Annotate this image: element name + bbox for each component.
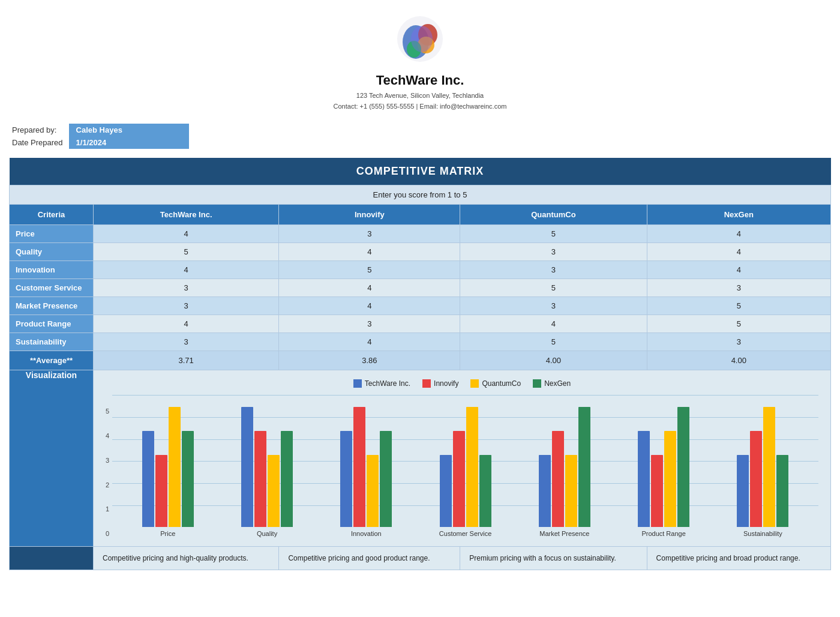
col-nexgen: NexGen: [647, 205, 830, 225]
bar: [380, 431, 392, 527]
bar: [268, 455, 280, 527]
average-row: **Average**3.713.864.004.00: [10, 351, 831, 370]
x-axis-labels: PriceQualityInnovationCustomer ServiceMa…: [112, 527, 818, 537]
notes-row: Competitive pricing and high-quality pro…: [10, 547, 831, 570]
data-row: Customer Service3453: [10, 279, 831, 297]
col-techware: TechWare Inc.: [94, 205, 279, 225]
svg-point-5: [411, 26, 433, 52]
category-bars: [142, 407, 194, 527]
legend-color: [422, 379, 431, 388]
matrix-table: COMPETITIVE MATRIX Enter you score from …: [9, 158, 831, 570]
bar: [367, 455, 379, 527]
viz-row: VisualizationTechWare Inc.InnovifyQuantu…: [10, 370, 831, 547]
bar: [578, 407, 590, 527]
bar: [479, 455, 491, 527]
bars-row: [112, 395, 818, 527]
data-row: Price4354: [10, 225, 831, 243]
bar: [776, 455, 788, 527]
matrix-subtitle: Enter you score from 1 to 5: [10, 185, 831, 205]
grid-and-bars: [112, 395, 818, 527]
company-address: 123 Tech Avenue, Silicon Valley, Techlan…: [0, 91, 840, 112]
bar: [453, 431, 465, 527]
category-bars: [340, 407, 392, 527]
bars-container: PriceQualityInnovationCustomer ServiceMa…: [112, 395, 818, 537]
x-label: Customer Service: [416, 530, 515, 537]
x-label: Quality: [217, 530, 316, 537]
note-cell: Competitive pricing and high-quality pro…: [94, 547, 279, 570]
category-bars: [440, 407, 491, 527]
category-bars: [539, 407, 590, 527]
x-label: Innovation: [317, 530, 416, 537]
legend-label: QuantumCo: [482, 379, 521, 388]
matrix-title: COMPETITIVE MATRIX: [10, 158, 831, 185]
category-bars: [638, 407, 689, 527]
legend-item: Innovify: [422, 379, 458, 388]
meta-table: Prepared by: Caleb Hayes Date Prepared 1…: [12, 124, 189, 149]
chart-legend: TechWare Inc.InnovifyQuantumCoNexGen: [106, 379, 818, 388]
legend-item: QuantumCo: [470, 379, 521, 388]
data-row: Market Presence3435: [10, 297, 831, 315]
matrix-title-row: COMPETITIVE MATRIX: [10, 158, 831, 185]
viz-label: Visualization: [10, 370, 94, 547]
col-criteria: Criteria: [10, 205, 94, 225]
category-bars: [737, 407, 788, 527]
bar: [664, 431, 676, 527]
x-label: Product Range: [614, 530, 713, 537]
x-label: Price: [118, 530, 217, 537]
col-headers-row: Criteria TechWare Inc. Innovify QuantumC…: [10, 205, 831, 225]
prepared-by-label: Prepared by:: [12, 124, 69, 136]
viz-content: TechWare Inc.InnovifyQuantumCoNexGen0123…: [94, 370, 831, 547]
matrix-subtitle-row: Enter you score from 1 to 5: [10, 185, 831, 205]
company-logo: [393, 12, 447, 66]
bar: [254, 431, 266, 527]
matrix-section: COMPETITIVE MATRIX Enter you score from …: [0, 158, 840, 570]
data-row: Quality5434: [10, 243, 831, 261]
data-row: Sustainability3453: [10, 333, 831, 351]
prepared-by-value: Caleb Hayes: [69, 124, 189, 136]
bar: [565, 455, 577, 527]
legend-item: NexGen: [533, 379, 571, 388]
legend-label: Innovify: [434, 379, 458, 388]
bar: [763, 407, 775, 527]
legend-color: [470, 379, 479, 388]
note-cell: Competitive pricing and broad product ra…: [647, 547, 830, 570]
meta-section: Prepared by: Caleb Hayes Date Prepared 1…: [0, 118, 840, 158]
bar: [737, 455, 749, 527]
notes-empty-cell: [10, 547, 94, 570]
category-bars: [241, 407, 293, 527]
bar: [651, 455, 663, 527]
note-cell: Competitive pricing and good product ran…: [279, 547, 460, 570]
bar: [638, 431, 650, 527]
data-row: Innovation4534: [10, 261, 831, 279]
bar: [340, 431, 352, 527]
chart-area: 012345PriceQualityInnovationCustomer Ser…: [106, 395, 818, 537]
bar: [677, 407, 689, 527]
company-name: TechWare Inc.: [0, 73, 840, 88]
note-cell: Premium pricing with a focus on sustaina…: [460, 547, 647, 570]
bar: [155, 455, 167, 527]
x-label: Market Presence: [515, 530, 614, 537]
col-innovify: Innovify: [279, 205, 460, 225]
x-label: Sustainability: [713, 530, 812, 537]
legend-label: NexGen: [544, 379, 571, 388]
legend-label: TechWare Inc.: [365, 379, 410, 388]
bar: [552, 431, 564, 527]
bar: [142, 431, 154, 527]
bar: [750, 431, 762, 527]
col-quantumco: QuantumCo: [460, 205, 647, 225]
date-value: 1/1/2024: [69, 136, 189, 149]
bar: [169, 407, 181, 527]
data-row: Product Range4345: [10, 315, 831, 333]
bar: [466, 407, 478, 527]
bar: [353, 407, 365, 527]
date-label: Date Prepared: [12, 136, 69, 149]
legend-item: TechWare Inc.: [353, 379, 410, 388]
bar: [281, 431, 293, 527]
bar: [440, 455, 452, 527]
page: TechWare Inc. 123 Tech Avenue, Silicon V…: [0, 0, 840, 617]
bar: [539, 455, 551, 527]
header: TechWare Inc. 123 Tech Avenue, Silicon V…: [0, 0, 840, 118]
y-axis: 012345: [106, 405, 109, 537]
legend-color: [533, 379, 541, 388]
legend-color: [353, 379, 362, 388]
